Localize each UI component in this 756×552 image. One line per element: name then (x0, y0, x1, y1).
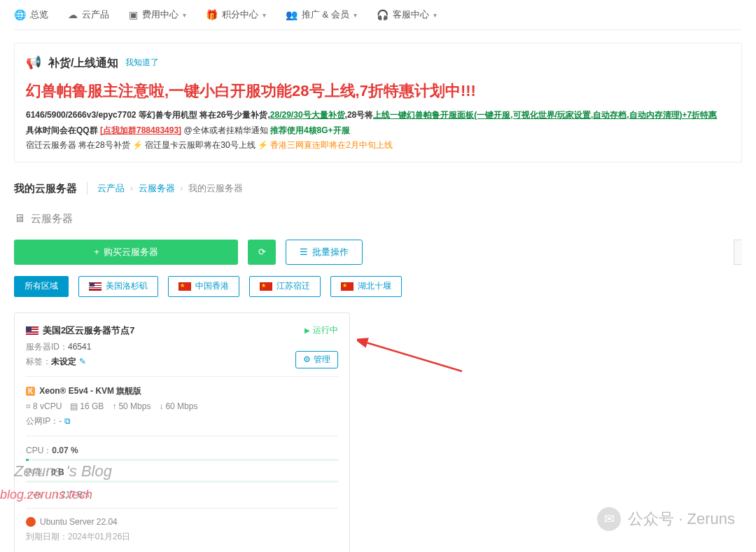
users-icon: 👥 (286, 9, 298, 20)
cpu-metric: CPU：0.07 % (26, 445, 338, 461)
section-heading: 🖥 云服务器 (14, 202, 742, 240)
region-sq[interactable]: 江苏宿迁 (249, 276, 321, 297)
chevron-down-icon: ▾ (183, 11, 186, 19)
notice-banner: 📢 补货/上线通知 我知道了 幻兽帕鲁服主注意啦,一键小白开服功能28号上线,7… (14, 43, 742, 163)
notice-headline: 幻兽帕鲁服主注意啦,一键小白开服功能28号上线,7折特惠计划中!!! (26, 78, 730, 104)
right-edge-button[interactable] (734, 240, 742, 265)
server-name: 美国2区云服务器节点7 (26, 324, 134, 337)
region-sy[interactable]: 湖北十堰 (330, 276, 402, 297)
notice-body: 6146/5900/2666v3/epyc7702 等幻兽专用机型 将在26号少… (26, 108, 730, 153)
region-tabs: 所有区域 美国洛杉矶 中国香港 江苏宿迁 湖北十堰 (14, 276, 742, 297)
flag-us-icon (26, 326, 38, 335)
page-title: 我的云服务器 (14, 182, 77, 195)
globe-icon: 🌐 (14, 9, 26, 20)
notice-feature-link[interactable]: 上线一键幻兽帕鲁开服面板(一键开服,可视化世界/玩家设置,自动存档,自动内存清理… (373, 110, 717, 120)
chevron-down-icon: ▾ (262, 11, 266, 19)
plus-icon: + (94, 247, 99, 257)
play-icon (304, 325, 310, 335)
arrow-up-icon: ↑ (26, 490, 30, 499)
nav-promo[interactable]: 👥推广 & 会员▾ (286, 8, 357, 21)
notice-dismiss-link[interactable]: 我知道了 (125, 55, 159, 69)
notice-title: 补货/上线通知 (48, 53, 118, 72)
qq-group-link[interactable]: [点我加群788483493] (100, 125, 181, 135)
server-status: 运行中 (304, 324, 338, 336)
wechat-badge: ✉ 公众号 · Zeruns (597, 507, 735, 531)
breadcrumb: 云产品 › 云服务器 › 我的云服务器 (87, 182, 243, 195)
bolt-icon: ⚡ (132, 140, 143, 150)
server-icon: 🖥 (14, 212, 25, 225)
cloud-icon: ☁ (68, 9, 78, 20)
megaphone-icon: 📢 (26, 52, 41, 74)
wallet-icon: ▣ (129, 9, 138, 20)
chevron-down-icon: ▾ (354, 11, 357, 19)
region-hk[interactable]: 中国香港 (168, 276, 239, 297)
buy-server-button[interactable]: +购买云服务器 (14, 240, 238, 265)
server-card: 美国2区云服务器节点7 运行中 服务器ID：46541 标签：未设定✎ ⚙管理 … (14, 312, 350, 552)
region-us[interactable]: 美国洛杉矶 (78, 276, 158, 297)
expiry-row: 到期日期：2024年01月26日 (26, 531, 338, 543)
nav-billing[interactable]: ▣费用中心▾ (129, 8, 186, 21)
arrow-down-icon: ↓ (55, 490, 59, 499)
crumb-products[interactable]: 云产品 (97, 183, 125, 193)
crumb-servers[interactable]: 云服务器 (139, 183, 175, 193)
ubuntu-icon (26, 517, 36, 527)
server-id-row: 服务器ID：46541 (26, 341, 338, 353)
copy-icon[interactable]: ⧉ (64, 416, 71, 426)
nav-products[interactable]: ☁云产品 (68, 8, 109, 21)
chevron-down-icon: ▾ (433, 11, 437, 19)
ip-row: 公网IP：- ⧉ (26, 415, 338, 427)
flag-cn-icon (260, 282, 272, 291)
gear-icon: ⚙ (303, 354, 311, 364)
mem-progress (26, 481, 338, 483)
nav-support[interactable]: 🎧客服中心▾ (377, 8, 437, 21)
flag-us-icon (89, 282, 102, 291)
list-icon: ☰ (300, 247, 308, 257)
refresh-button[interactable]: ⟳ (248, 240, 276, 265)
nav-points[interactable]: 🎁积分中心▾ (206, 8, 266, 21)
top-nav: 🌐总览 ☁云产品 ▣费用中心▾ 🎁积分中心▾ 👥推广 & 会员▾ 🎧客服中心▾ (14, 0, 742, 30)
flag-cn-icon (341, 282, 354, 291)
batch-button[interactable]: ☰批量操作 (286, 240, 363, 265)
nav-overview[interactable]: 🌐总览 (14, 8, 48, 21)
cpu-icon: ⌗ (26, 401, 31, 411)
spec-row: ⌗8 vCPU ▤16 GB ↑50 Mbps ↓60 Mbps (26, 401, 338, 411)
server-tag-row: 标签：未设定✎ (26, 356, 338, 368)
wechat-icon: ✉ (597, 507, 621, 531)
headset-icon: 🎧 (377, 9, 388, 20)
arrow-up-icon: ↑ (112, 401, 116, 411)
flag-hk-icon (178, 282, 191, 291)
edit-tag-icon[interactable]: ✎ (79, 357, 86, 366)
spec-title: KXeon® E5v4 - KVM 旗舰版 (26, 385, 338, 397)
page-title-row: 我的云服务器 云产品 › 云服务器 › 我的云服务器 (14, 175, 742, 202)
gift-icon: 🎁 (206, 9, 218, 20)
bolt-icon: ⚡ (258, 140, 268, 150)
arrow-down-icon: ↓ (159, 401, 163, 411)
cpu-progress (26, 459, 338, 461)
net-row: ↑ -/s ↓ 217 B/s (26, 490, 338, 499)
ram-icon: ▤ (70, 401, 78, 411)
crumb-current: 我的云服务器 (188, 183, 243, 193)
refresh-icon: ⟳ (258, 247, 266, 257)
os-row: Ubuntu Server 22.04 (26, 517, 338, 527)
region-all[interactable]: 所有区域 (14, 276, 69, 297)
chip-icon: K (26, 387, 35, 396)
mem-metric: 内存：0 B (26, 467, 338, 483)
manage-button[interactable]: ⚙管理 (295, 351, 338, 368)
